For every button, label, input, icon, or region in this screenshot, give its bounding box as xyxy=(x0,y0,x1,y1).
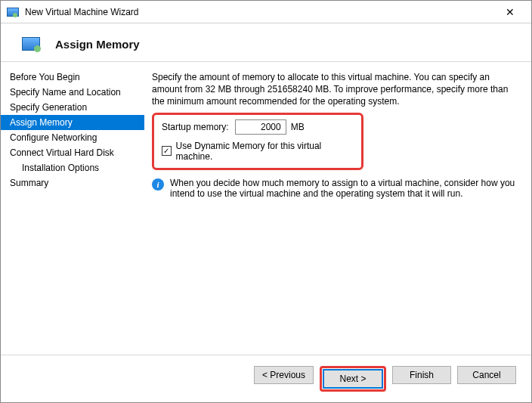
dynamic-memory-row: ✓ Use Dynamic Memory for this virtual ma… xyxy=(162,141,354,162)
next-button-highlight: Next > xyxy=(320,366,386,392)
startup-memory-input[interactable] xyxy=(235,119,286,135)
wizard-body: Before You Begin Specify Name and Locati… xyxy=(1,62,531,330)
next-button[interactable]: Next > xyxy=(323,370,382,388)
startup-memory-unit: MB xyxy=(291,122,305,132)
startup-memory-row: Startup memory: MB xyxy=(162,119,354,135)
page-title: Assign Memory xyxy=(55,38,140,51)
window-title: New Virtual Machine Wizard xyxy=(25,7,495,17)
wizard-header: Assign Memory xyxy=(1,23,531,62)
cancel-button[interactable]: Cancel xyxy=(457,366,516,384)
finish-button[interactable]: Finish xyxy=(392,366,451,384)
step-configure-networking[interactable]: Configure Networking xyxy=(1,130,144,145)
previous-button[interactable]: < Previous xyxy=(254,366,314,384)
close-button[interactable]: ✕ xyxy=(495,2,525,23)
startup-memory-label: Startup memory: xyxy=(162,122,229,132)
dynamic-memory-checkbox[interactable]: ✓ xyxy=(162,146,172,156)
vm-icon xyxy=(22,37,40,51)
wizard-content: Specify the amount of memory to allocate… xyxy=(144,62,531,330)
info-icon: i xyxy=(152,178,164,191)
memory-settings-highlight: Startup memory: MB ✓ Use Dynamic Memory … xyxy=(152,113,363,170)
wizard-steps-sidebar: Before You Begin Specify Name and Locati… xyxy=(1,62,144,330)
wizard-footer: < Previous Next > Finish Cancel xyxy=(1,355,531,402)
dynamic-memory-label: Use Dynamic Memory for this virtual mach… xyxy=(176,141,354,162)
step-specify-generation[interactable]: Specify Generation xyxy=(1,100,144,115)
step-specify-name[interactable]: Specify Name and Location xyxy=(1,85,144,100)
step-assign-memory[interactable]: Assign Memory xyxy=(1,115,144,130)
app-icon xyxy=(7,8,19,17)
step-before-you-begin[interactable]: Before You Begin xyxy=(1,70,144,85)
step-summary[interactable]: Summary xyxy=(1,175,144,191)
titlebar: New Virtual Machine Wizard ✕ xyxy=(1,1,531,23)
info-text: When you decide how much memory to assig… xyxy=(170,178,516,199)
info-block: i When you decide how much memory to ass… xyxy=(152,178,516,199)
step-connect-vhd[interactable]: Connect Virtual Hard Disk xyxy=(1,145,144,160)
memory-description: Specify the amount of memory to allocate… xyxy=(152,71,516,108)
step-installation-options[interactable]: Installation Options xyxy=(1,160,144,175)
